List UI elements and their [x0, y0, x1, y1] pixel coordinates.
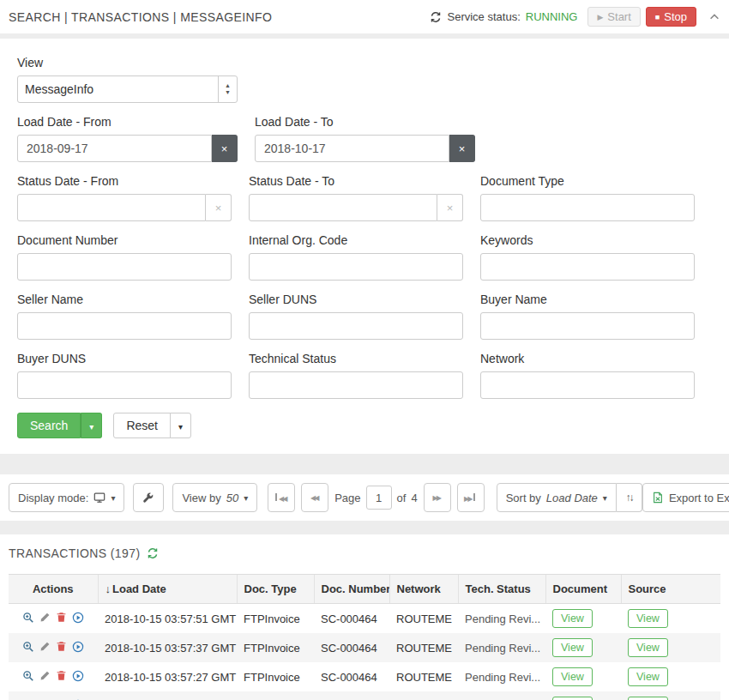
view-by-button[interactable]: View by 50 ▾ [172, 483, 257, 512]
first-page-button[interactable]: ◀◀ [268, 483, 295, 512]
header-doc-number[interactable]: Doc. Number [314, 575, 389, 604]
delete-trash-icon[interactable] [56, 641, 67, 652]
header-tech-status[interactable]: Tech. Status [458, 575, 545, 604]
cell-doc-number: SC-000464 [314, 691, 389, 700]
view-label: View [17, 56, 238, 69]
clear-load-date-from-button[interactable]: × [212, 135, 238, 162]
cell-doc-type: FTPInvoice [237, 633, 314, 662]
edit-pencil-icon[interactable] [39, 612, 51, 623]
cell-network: ROUTEME [389, 633, 458, 662]
source-view-button[interactable]: View [628, 667, 668, 686]
stop-button[interactable]: ■ Stop [646, 7, 696, 27]
view-by-value: 50 [226, 492, 238, 504]
keywords-input[interactable] [480, 253, 695, 281]
play-icon: ▶ [597, 13, 603, 21]
internal-org-code-input[interactable] [249, 253, 463, 281]
header-network[interactable]: Network [389, 575, 458, 604]
header-doc-type[interactable]: Doc. Type [237, 575, 314, 604]
play-circle-icon[interactable] [72, 612, 84, 624]
page-of-label: of [397, 492, 407, 504]
table-row: 2018-10-15 03:57:37 GMT FTPInvoice SC-00… [9, 633, 720, 662]
sort-controls: Sort by Load Date ▾ ↑↓ [497, 483, 642, 512]
source-view-button[interactable]: View [628, 697, 668, 700]
edit-pencil-icon[interactable] [39, 670, 51, 681]
header-load-date[interactable]: ↓Load Date [98, 575, 237, 604]
load-date-to-input[interactable] [255, 135, 449, 162]
last-page-button[interactable]: ▶▶ [457, 483, 485, 512]
next-page-button[interactable]: ▶▶ [424, 483, 451, 512]
field-label-status-date-to: Status Date - To [249, 174, 463, 188]
search-dropdown-button[interactable]: ▾ [81, 413, 102, 438]
status-date-to-input[interactable] [249, 194, 437, 221]
field-label-keywords: Keywords [480, 233, 695, 247]
cell-load-date: 2018-10-15 03:57:37 GMT [98, 633, 237, 662]
display-mode-button[interactable]: Display mode: ▾ [9, 483, 124, 512]
field-label-seller-duns: Seller DUNS [249, 293, 463, 306]
transactions-title: TRANSACTIONS (197) [9, 546, 140, 560]
source-view-button[interactable]: View [628, 638, 668, 657]
status-date-from-input[interactable] [17, 194, 206, 221]
previous-page-button[interactable]: ◀◀ [301, 483, 328, 512]
page-number-input[interactable] [366, 486, 392, 510]
zoom-in-icon[interactable] [22, 641, 34, 653]
clear-status-date-from-button[interactable]: × [206, 194, 232, 221]
previous-page-icon: ◀◀ [310, 494, 319, 502]
refresh-transactions-icon[interactable] [147, 547, 159, 559]
load-date-from-input[interactable] [17, 135, 212, 162]
seller-name-input[interactable] [17, 312, 232, 340]
field-label-load-date-to: Load Date - To [255, 115, 475, 129]
top-header: SEARCH | TRANSACTIONS | MESSAGEINFO Serv… [0, 0, 729, 33]
clear-load-date-to-button[interactable]: × [449, 135, 475, 162]
buyer-duns-input[interactable] [17, 371, 232, 399]
cell-network: ROUTEME [389, 662, 458, 691]
start-button[interactable]: ▶ Start [587, 7, 640, 27]
reset-button[interactable]: Reset [113, 413, 171, 438]
settings-button[interactable] [133, 483, 164, 512]
play-circle-icon[interactable] [72, 670, 84, 682]
excel-file-icon [652, 492, 664, 504]
document-type-input[interactable] [480, 194, 695, 221]
service-status: Service status: RUNNING ▶ Start ■ Stop [430, 7, 720, 27]
network-input[interactable] [480, 371, 695, 399]
table-row: 2018-10-15 03:57:27 GMT FTPInvoice SC-00… [9, 662, 720, 691]
technical-status-input[interactable] [249, 371, 463, 399]
cell-network: ROUTEME [389, 691, 458, 700]
chevron-up-icon[interactable] [708, 11, 720, 23]
sort-by-button[interactable]: Sort by Load Date ▾ [497, 483, 617, 512]
last-page-icon: ▶▶ [464, 493, 477, 503]
cell-tech-status: Pending Revi... [458, 604, 545, 634]
sort-direction-button[interactable]: ↑↓ [617, 483, 642, 512]
document-view-button[interactable]: View [552, 667, 593, 686]
refresh-icon[interactable] [430, 11, 442, 23]
view-select[interactable]: MessageInfo [17, 75, 238, 103]
cell-doc-number: SC-000464 [314, 604, 389, 634]
cell-doc-number: SC-000464 [314, 633, 389, 662]
zoom-in-icon[interactable] [22, 670, 34, 682]
field-label-document-type: Document Type [480, 174, 695, 188]
app-root: SEARCH | TRANSACTIONS | MESSAGEINFO Serv… [0, 0, 729, 700]
cell-doc-number: SC-000464 [314, 662, 389, 691]
document-view-button[interactable]: View [552, 697, 593, 700]
zoom-in-icon[interactable] [22, 612, 34, 624]
document-view-button[interactable]: View [552, 609, 593, 628]
delete-trash-icon[interactable] [56, 670, 67, 681]
play-circle-icon[interactable] [72, 641, 84, 653]
seller-duns-input[interactable] [249, 312, 463, 340]
cell-load-date: 2018-10-15 03:57:27 GMT [98, 662, 237, 691]
source-view-button[interactable]: View [628, 609, 668, 628]
document-view-button[interactable]: View [552, 638, 593, 657]
search-button[interactable]: Search [17, 413, 81, 438]
transactions-tbody: 2018-10-15 03:57:51 GMT FTPInvoice SC-00… [9, 604, 720, 700]
edit-pencil-icon[interactable] [39, 641, 51, 652]
document-number-input[interactable] [17, 253, 232, 281]
export-to-excel-button[interactable]: Export to Excel [642, 483, 729, 512]
clear-status-date-to-button[interactable]: × [437, 194, 463, 221]
reset-dropdown-button[interactable]: ▾ [170, 413, 191, 438]
field-label-seller-name: Seller Name [17, 293, 232, 306]
delete-trash-icon[interactable] [56, 612, 67, 623]
field-label-status-date-from: Status Date - From [17, 174, 232, 188]
stop-icon: ■ [655, 13, 660, 21]
page-total: 4 [411, 492, 417, 504]
buyer-name-input[interactable] [480, 312, 695, 340]
cell-network: ROUTEME [389, 604, 458, 634]
